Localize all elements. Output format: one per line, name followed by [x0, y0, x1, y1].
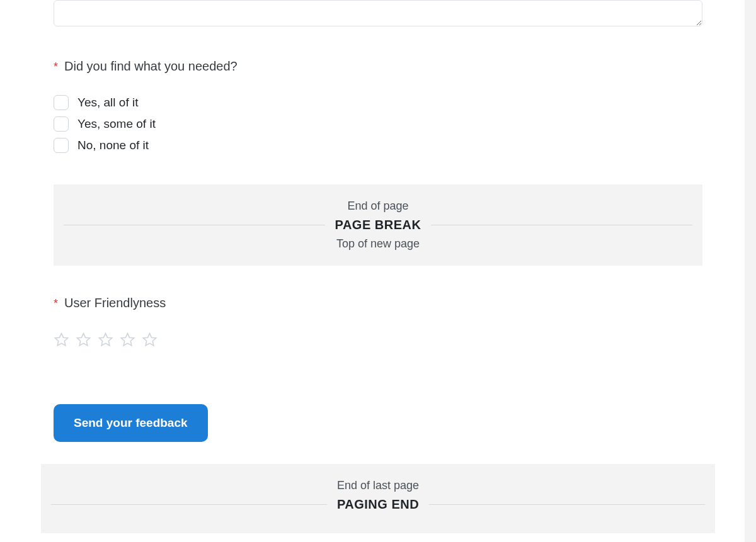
star-icon[interactable] [54, 332, 69, 347]
question-label-row: * User Friendlyness [54, 296, 702, 312]
submit-block: Send your feedback [0, 404, 756, 442]
rating-question: * User Friendlyness [0, 296, 756, 347]
checkbox-option: No, none of it [54, 138, 702, 153]
textarea-question [0, 0, 756, 29]
page-break-divider: PAGE BREAK [64, 218, 692, 232]
star-icon[interactable] [76, 332, 91, 347]
textarea-input[interactable] [54, 0, 702, 26]
star-icon[interactable] [98, 332, 113, 347]
page-break-top-text: End of page [64, 200, 692, 213]
checkbox-label: Yes, some of it [77, 117, 156, 131]
right-edge [745, 0, 756, 542]
required-indicator: * [54, 296, 58, 312]
checkbox-option: Yes, some of it [54, 116, 702, 132]
question-text: Did you find what you needed? [64, 59, 238, 74]
paging-end-label: PAGING END [337, 497, 419, 512]
checkbox-option: Yes, all of it [54, 95, 702, 110]
question-text: User Friendlyness [64, 296, 166, 310]
form-canvas: * Did you find what you needed? Yes, all… [0, 0, 756, 542]
checkbox-question: * Did you find what you needed? Yes, all… [0, 59, 756, 153]
paging-end-top-text: End of last page [51, 479, 705, 492]
checkbox-input[interactable] [54, 138, 69, 153]
required-indicator: * [54, 59, 58, 75]
checkbox-label: No, none of it [77, 138, 149, 152]
paging-end: End of last page PAGING END [41, 464, 715, 533]
page-break-bottom-text: Top of new page [64, 237, 692, 251]
divider-line [51, 504, 327, 505]
star-icon[interactable] [142, 332, 158, 347]
content-area: * Did you find what you needed? Yes, all… [0, 0, 756, 533]
star-rating [54, 332, 702, 347]
divider-line [64, 225, 325, 225]
page-break-label: PAGE BREAK [335, 218, 421, 232]
checkbox-input[interactable] [54, 95, 69, 110]
star-icon[interactable] [120, 332, 135, 347]
divider-line [429, 504, 705, 505]
submit-button[interactable]: Send your feedback [54, 404, 208, 442]
divider-line [431, 225, 692, 225]
checkbox-list: Yes, all of it Yes, some of it No, none … [54, 95, 702, 153]
checkbox-input[interactable] [54, 116, 69, 132]
paging-end-divider: PAGING END [51, 497, 705, 512]
checkbox-label: Yes, all of it [77, 96, 138, 110]
question-label-row: * Did you find what you needed? [54, 59, 702, 75]
page-break: End of page PAGE BREAK Top of new page [54, 184, 702, 266]
